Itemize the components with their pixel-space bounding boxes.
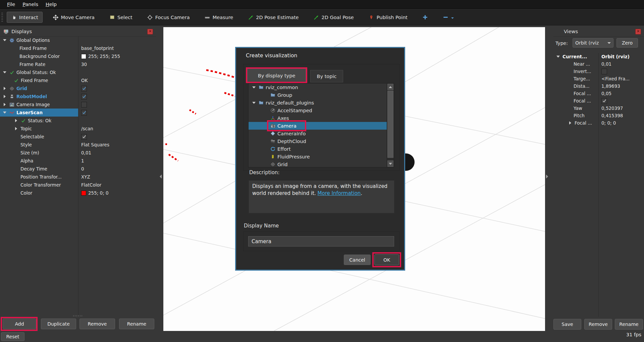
property-value-cell[interactable]: FlatColor: [78, 181, 156, 189]
view-row-focal[interactable]: Focal ...0,05: [553, 90, 644, 97]
property-value-cell[interactable]: Flat Squares: [78, 141, 156, 149]
display-row-robotmodel[interactable]: RobotModel: [0, 92, 156, 100]
tool-publish-point[interactable]: Publish Point: [364, 12, 412, 23]
view-save-button[interactable]: Save: [553, 319, 581, 330]
display-type-grid[interactable]: Grid: [249, 160, 394, 167]
display-type-depthcloud[interactable]: DepthCloud: [249, 137, 394, 145]
display-row-style[interactable]: StyleFlat Squares: [0, 141, 156, 149]
property-value-cell[interactable]: [78, 68, 156, 76]
property-value[interactable]: 0,05: [601, 91, 611, 96]
property-value[interactable]: 0,01: [81, 150, 91, 155]
property-value[interactable]: OK: [81, 78, 88, 83]
property-value-cell[interactable]: [78, 84, 156, 92]
reset-button[interactable]: Reset: [1, 332, 24, 341]
checkbox-checked[interactable]: [601, 98, 607, 104]
add-tool-button[interactable]: [418, 12, 432, 23]
display-type-accelstamped[interactable]: AccelStamped: [249, 107, 394, 114]
property-value[interactable]: <Fixed Fra...: [601, 76, 630, 81]
property-value-cell[interactable]: [78, 117, 156, 125]
more-information-link[interactable]: More Information: [318, 190, 361, 196]
property-value[interactable]: base_footprint: [81, 46, 114, 51]
view-row-targe[interactable]: Targe...<Fixed Fra...: [553, 75, 644, 82]
checkbox-checked[interactable]: [81, 110, 87, 116]
checkbox-unchecked[interactable]: [601, 69, 607, 74]
property-value-cell[interactable]: 0,05: [598, 90, 644, 97]
scrollbar[interactable]: [387, 83, 394, 167]
property-value-cell[interactable]: 0,01: [78, 149, 156, 157]
view-row-focal[interactable]: Focal ...: [553, 97, 644, 105]
property-value-cell[interactable]: [78, 92, 156, 100]
tool-2d-goal-pose[interactable]: 2D Goal Pose: [309, 12, 358, 23]
view-row-dista[interactable]: Dista...1,89693: [553, 82, 644, 90]
property-value[interactable]: 1,89693: [601, 83, 620, 89]
property-value-cell[interactable]: 0: [78, 165, 156, 173]
collapse-left-panel-arrow-icon[interactable]: [158, 175, 162, 179]
expand-arrow-icon[interactable]: [2, 95, 7, 98]
collapse-arrow-icon[interactable]: [555, 56, 561, 58]
property-value-cell[interactable]: [78, 109, 156, 117]
collapse-right-panel-arrow-icon[interactable]: [546, 175, 550, 179]
checkbox-checked[interactable]: [81, 134, 87, 140]
property-value-cell[interactable]: 1: [78, 157, 156, 165]
scrollbar-thumb[interactable]: [387, 91, 393, 158]
zero-button[interactable]: Zero: [616, 38, 638, 48]
view-row-pitch[interactable]: Pitch0,415398: [553, 112, 644, 119]
property-value[interactable]: 0,415398: [601, 113, 623, 118]
property-value-cell[interactable]: 0,01: [598, 60, 644, 68]
tool-measure[interactable]: Measure: [200, 12, 238, 23]
collapse-arrow-icon[interactable]: [2, 39, 7, 41]
display-remove-button[interactable]: Remove: [79, 319, 115, 329]
property-value-cell[interactable]: 1,89693: [598, 82, 644, 90]
property-value[interactable]: 0,01: [601, 61, 611, 67]
property-value-cell[interactable]: 0,415398: [598, 112, 644, 119]
tool-focus-camera[interactable]: Focus Camera: [143, 12, 194, 23]
property-value[interactable]: XYZ: [81, 174, 90, 180]
display-row-position-transfor[interactable]: Position Transfor...XYZ: [0, 173, 156, 181]
display-row-laserscan[interactable]: LaserScan: [0, 109, 156, 117]
property-value[interactable]: 255; 0; 0: [88, 190, 109, 196]
display-name-input[interactable]: [248, 236, 394, 247]
property-value-cell[interactable]: [598, 97, 644, 105]
view-row-current[interactable]: Current...Orbit (rviz): [553, 53, 644, 60]
display-type-fluidpressure[interactable]: FluidPressure: [249, 153, 394, 160]
property-value-cell[interactable]: 255; 0; 0: [78, 189, 156, 197]
collapse-arrow-icon[interactable]: [251, 86, 257, 88]
property-value-cell[interactable]: [78, 36, 156, 44]
display-row-size-m[interactable]: Size (m)0,01: [0, 149, 156, 157]
property-value[interactable]: FlatColor: [81, 182, 101, 188]
menu-help[interactable]: Help: [42, 1, 60, 8]
property-value[interactable]: /scan: [81, 126, 93, 131]
property-value[interactable]: 0: [81, 166, 84, 172]
tab-by-display-type[interactable]: By display type: [247, 69, 306, 82]
expand-arrow-icon[interactable]: [2, 103, 7, 106]
property-value-cell[interactable]: XYZ: [78, 173, 156, 181]
expand-arrow-icon[interactable]: [13, 119, 19, 122]
property-value-cell[interactable]: base_footprint: [78, 44, 156, 52]
property-value-cell[interactable]: /scan: [78, 125, 156, 133]
property-value-cell[interactable]: 30: [78, 60, 156, 68]
expand-arrow-icon[interactable]: [2, 87, 7, 90]
close-icon[interactable]: ✕: [147, 29, 153, 35]
checkbox-checked[interactable]: [81, 86, 87, 91]
remove-tool-button[interactable]: [438, 12, 458, 23]
display-type-rviz-default-plugins[interactable]: rviz_default_plugins: [249, 99, 394, 107]
property-value-cell[interactable]: [598, 68, 644, 75]
display-duplicate-button[interactable]: Duplicate: [41, 319, 76, 329]
display-row-alpha[interactable]: Alpha1: [0, 157, 156, 165]
display-type-camerainfo[interactable]: CameraInfo: [249, 130, 394, 137]
collapse-arrow-icon[interactable]: [251, 102, 257, 104]
menu-panels[interactable]: Panels: [19, 1, 42, 8]
property-value[interactable]: 30: [81, 62, 87, 67]
tool-move-camera[interactable]: Move Camera: [49, 12, 99, 23]
property-value-cell[interactable]: 0,520397: [598, 105, 644, 112]
property-value-cell[interactable]: 255; 255; 255: [78, 52, 156, 60]
view-rename-button[interactable]: Rename: [615, 319, 643, 330]
display-row-selectable[interactable]: Selectable: [0, 133, 156, 141]
display-row-global-options[interactable]: Global Options: [0, 36, 156, 44]
display-rename-button[interactable]: Rename: [119, 319, 154, 329]
property-value-cell[interactable]: <Fixed Fra...: [598, 75, 644, 82]
display-row-decay-time[interactable]: Decay Time0: [0, 165, 156, 173]
property-value-cell[interactable]: Orbit (rviz): [598, 53, 644, 60]
display-type-group[interactable]: Group: [249, 91, 394, 99]
property-value-cell[interactable]: [78, 133, 156, 141]
